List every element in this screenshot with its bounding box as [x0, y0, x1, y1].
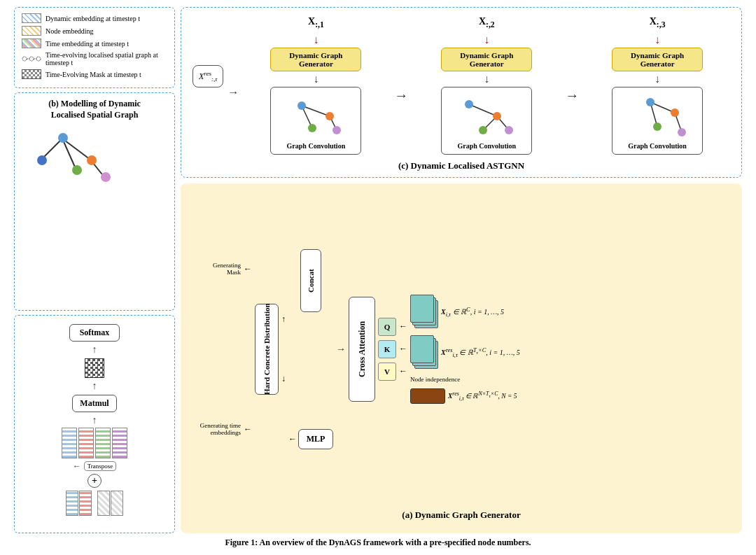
- panel-b-title: (b) Modelling of DynamicLocalised Spatia…: [20, 99, 169, 120]
- black-arrow-2: ↓: [484, 73, 489, 85]
- panel-b: (b) Modelling of DynamicLocalised Spatia…: [14, 92, 175, 311]
- timestep-col-1: X:,1 ↓ Dynamic Graph Generator ↓: [243, 16, 388, 155]
- embed-small-diag1: [97, 491, 110, 516]
- main-container: Dynamic embedding at timestep t Node emb…: [0, 0, 756, 555]
- svg-point-22: [505, 126, 513, 134]
- x-tensor-label: Xi,τ ∈ ℝC, i = 1, …, 5: [441, 307, 504, 318]
- panel-a-label: (a) Dynamic Graph Generator: [192, 510, 731, 521]
- panel-a: GeneratingMask ← Generating timeembeddin…: [181, 183, 742, 533]
- arrow-v: ←: [399, 366, 407, 377]
- embed-small-blue1: [66, 491, 78, 516]
- svg-point-29: [678, 128, 686, 136]
- figure-caption: Figure 1: An overview of the DynAGS fram…: [225, 538, 531, 548]
- svg-point-19: [465, 100, 473, 108]
- res-section: Xres:,τ: [192, 37, 223, 87]
- black-arrow-3: ↓: [654, 73, 660, 85]
- diagram-area: Dynamic embedding at timestep t Node emb…: [14, 7, 742, 533]
- arrow-down-softmax: ↑: [92, 344, 97, 356]
- panel-b-graph: [20, 125, 169, 195]
- embed-pair: [66, 491, 123, 516]
- dgg-box-1: Dynamic Graph Generator: [270, 48, 361, 71]
- arrow-generating-time: ←: [244, 424, 252, 435]
- matmul-module: Matmul: [72, 395, 116, 412]
- dgg-box-2: Dynamic Graph Generator: [441, 48, 532, 71]
- generating-mask-section: GeneratingMask ←: [192, 262, 252, 277]
- svg-line-16: [469, 104, 497, 116]
- conv-label-2: Graph Convolution: [447, 142, 526, 150]
- svg-point-2: [36, 57, 41, 61]
- q-row: Q ←: [378, 318, 407, 336]
- legend-label-1: Dynamic embedding at timestep t: [46, 15, 140, 22]
- svg-point-26: [646, 98, 654, 106]
- panel-c-label: (c) Dynamic Localised ASTGNN: [192, 160, 730, 171]
- v-box: V: [378, 363, 396, 381]
- xres-all-row: Xresi,τ ∈ ℝN×Tτ×C, N = 5: [410, 388, 517, 404]
- embed-col-green: [95, 428, 111, 458]
- arrow-left-transpose: ←: [73, 461, 81, 472]
- left-bottom-inner: Softmax ↑ ↑ Matmul ↑ ← Transp: [20, 321, 169, 527]
- svg-point-12: [298, 101, 306, 110]
- hcd-section: Hard Concrete Distribution: [255, 192, 279, 507]
- arrow-hcd-up: ↑: [281, 314, 286, 325]
- small-graph-3: [622, 92, 692, 141]
- stacked-tensors-teal: [410, 295, 438, 330]
- k-row: K ←: [378, 340, 407, 358]
- x-label-2: X:,2: [479, 16, 495, 29]
- hcd-arrows: ↑ ↓: [281, 192, 286, 507]
- softmax-module: Softmax: [69, 324, 120, 342]
- conv-box-1: Graph Convolution: [270, 87, 361, 155]
- red-arrow-2: ↓: [484, 34, 489, 46]
- legend-item-1: Dynamic embedding at timestep t: [22, 13, 167, 23]
- arrow-res-to-col1: →: [227, 86, 239, 99]
- embed-col-purple: [112, 428, 127, 458]
- mlp-box: MLP: [298, 429, 333, 449]
- svg-point-1: [29, 57, 34, 61]
- legend-item-2: Node embedding: [22, 26, 167, 36]
- small-graph-2: [451, 92, 522, 141]
- dgg-box-3: Dynamic Graph Generator: [612, 48, 703, 71]
- svg-point-20: [493, 112, 501, 120]
- legend-item-5: Time-Evolving Mask at timestep t: [22, 69, 167, 79]
- panel-c-content: Xres:,τ → X:,1 ↓ Dynamic Graph Generator…: [192, 16, 730, 155]
- generating-time-label: Generating timeembeddings: [192, 422, 241, 437]
- xres-all-tensor: [410, 388, 445, 404]
- arrow-col2-to-col3: →: [565, 87, 579, 104]
- xres-layer-1: [410, 335, 434, 363]
- arrow-concat-to-ca: →: [336, 344, 346, 355]
- arrow-to-mlp: ←: [288, 434, 297, 444]
- v-row: V ←: [378, 363, 407, 381]
- q-box: Q: [378, 318, 396, 336]
- legend-label-5: Time-Evolving Mask at timestep t: [46, 71, 141, 78]
- red-arrow-3: ↓: [654, 34, 660, 46]
- arrow-q: ←: [399, 321, 407, 332]
- qkv-section: Q ← K ← V ←: [378, 192, 407, 507]
- legend-box: Dynamic embedding at timestep t Node emb…: [14, 7, 175, 88]
- legend-item-3: Time embedding at timestep t: [22, 38, 167, 48]
- arrow-k: ←: [399, 344, 407, 354]
- tensor-layer-1: [410, 295, 434, 323]
- svg-point-21: [479, 126, 487, 134]
- conv-box-3: Graph Convolution: [612, 87, 703, 155]
- arrow-up-embed: ↑: [92, 415, 97, 426]
- svg-point-28: [653, 122, 662, 131]
- conv-box-2: Graph Convolution: [441, 87, 532, 155]
- black-arrow-1: ↓: [313, 73, 318, 85]
- timestep-col-3: X:,3 ↓ Dynamic Graph Generator ↓: [584, 16, 730, 155]
- xres-tensor-row: Xresi,τ ∈ ℝTτ×C, i = 1, …, 5: [410, 335, 520, 370]
- node-independence-label: Node independence: [410, 376, 460, 383]
- xres-tensor-label: Xresi,τ ∈ ℝTτ×C, i = 1, …, 5: [441, 347, 520, 358]
- legend-swatch-node-embed: [22, 26, 41, 36]
- embed-col-red: [78, 428, 94, 458]
- red-arrow-1: ↓: [313, 34, 318, 46]
- transpose-box: Transpose: [84, 461, 117, 471]
- embed-small-diag2: [111, 491, 123, 516]
- svg-point-0: [22, 57, 27, 61]
- svg-point-15: [332, 126, 341, 134]
- small-graph-1: [281, 92, 351, 141]
- checkerboard-icon: [85, 358, 104, 378]
- generating-time-section: Generating timeembeddings ←: [192, 422, 252, 437]
- concat-box: Concat: [300, 249, 321, 312]
- conv-label-3: Graph Convolution: [618, 142, 696, 150]
- xres-all-label: Xresi,τ ∈ ℝN×Tτ×C, N = 5: [448, 391, 517, 402]
- mlp-row: ← MLP: [288, 429, 333, 449]
